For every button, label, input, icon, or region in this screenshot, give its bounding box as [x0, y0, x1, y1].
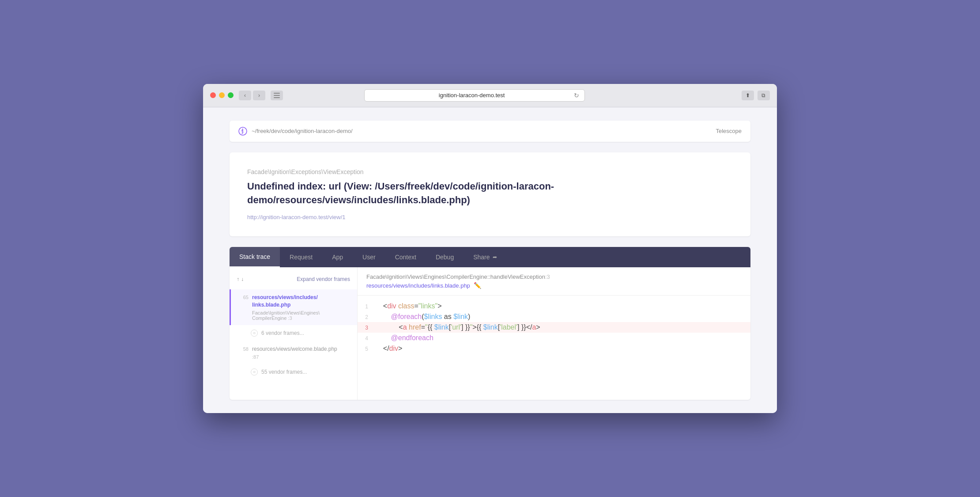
frames-toolbar: ↑ ↓ Expand vendor frames [230, 273, 357, 286]
tab-app[interactable]: App [322, 247, 353, 267]
close-button[interactable] [210, 92, 216, 98]
tab-debug[interactable]: Debug [426, 247, 464, 267]
tabs-header: Stack trace Request App User Context Deb… [230, 247, 750, 267]
vendor-frames-row-2[interactable]: ○ 55 vendor frames... [230, 364, 357, 380]
exception-card: Facade\Ignition\Exceptions\ViewException… [230, 152, 750, 237]
vendor-frames-row-1[interactable]: ○ 6 vendor frames... [230, 325, 357, 341]
arrow-down-icon[interactable]: ↓ [241, 276, 244, 282]
frame-filename-3: resources/views/welcome.blade.php [252, 345, 350, 353]
tab-user[interactable]: User [353, 247, 385, 267]
traffic-lights [210, 92, 234, 98]
back-button[interactable]: ‹ [239, 91, 251, 100]
new-tab-button[interactable]: ⧉ [758, 91, 770, 100]
frame-line-badge-1: :3 [288, 315, 292, 321]
svg-rect-1 [274, 95, 280, 96]
code-line-num-1: 1 [358, 304, 375, 310]
tab-stack-trace[interactable]: Stack trace [230, 247, 280, 267]
frames-arrows: ↑ ↓ [237, 276, 244, 282]
browser-chrome: ‹ › ignition-laracon-demo.test ↻ ⬆ ⧉ [203, 84, 777, 107]
forward-button[interactable]: › [253, 91, 265, 100]
tab-app-label: App [332, 254, 343, 261]
vendor-label-1: 6 vendor frames... [261, 330, 304, 336]
code-panel: Facade\Ignition\Views\Engines\CompilerEn… [358, 267, 750, 400]
code-text-3: <a href="{{ $link['url'] }}">{{ $link['l… [375, 323, 540, 331]
ignition-logo [238, 127, 247, 136]
arrow-up-icon[interactable]: ↑ [237, 276, 239, 282]
vendor-label-2: 55 vendor frames... [261, 369, 307, 375]
expand-vendor-button[interactable]: Expand vendor frames [297, 276, 350, 282]
reload-button[interactable]: ↻ [574, 92, 579, 99]
code-line-4: 4 @endforeach [358, 333, 750, 343]
forward-icon: › [258, 92, 260, 99]
code-text-1: <div class="links"> [375, 302, 442, 310]
frame-line-num-3: 58 [238, 346, 252, 360]
header-path: ~/freek/dev/code/ignition-laracon-demo/ [252, 128, 353, 134]
tab-stack-trace-label: Stack trace [239, 253, 270, 260]
header-bar: ~/freek/dev/code/ignition-laracon-demo/ … [230, 121, 750, 142]
back-icon: ‹ [244, 92, 246, 99]
tab-context-label: Context [395, 254, 416, 261]
tab-request[interactable]: Request [280, 247, 322, 267]
code-line-num-2: 2 [358, 314, 375, 320]
sidebar-button[interactable] [271, 91, 283, 100]
frame-class-3: :87 [252, 354, 350, 360]
code-lines-container: 1 <div class="links"> 2 @foreach($links … [358, 296, 750, 359]
tab-debug-label: Debug [436, 254, 454, 261]
share-arrow-icon: ➦ [493, 254, 497, 260]
code-file: resources/views/includes/links.blade.php… [366, 282, 742, 289]
code-text-4: @endforeach [375, 334, 433, 342]
code-line-5: 5 </div> [358, 343, 750, 354]
tab-user-label: User [362, 254, 376, 261]
address-bar[interactable]: ignition-laracon-demo.test ↻ [364, 89, 585, 102]
vendor-expand-icon-2: ○ [251, 368, 258, 376]
code-line-num-3: 3 [358, 325, 375, 331]
svg-rect-2 [274, 97, 280, 98]
code-line-2: 2 @foreach($links as $link) [358, 311, 750, 322]
tab-share-label: Share [473, 254, 490, 261]
frame-info-3: resources/views/welcome.blade.php :87 [252, 345, 350, 360]
code-line-num-5: 5 [358, 346, 375, 352]
browser-actions: ⬆ ⧉ [742, 91, 770, 100]
tabs-panel: Stack trace Request App User Context Deb… [230, 247, 750, 400]
frame-class-1: Facade\Ignition\Views\Engines\CompilerEn… [252, 310, 350, 321]
svg-rect-0 [274, 93, 280, 94]
frame-item-1[interactable]: 65 resources/views/includes/links.blade.… [230, 289, 357, 325]
url-text: ignition-laracon-demo.test [370, 92, 574, 99]
tab-request-label: Request [290, 254, 313, 261]
share-browser-button[interactable]: ⬆ [742, 91, 754, 100]
code-filename: resources/views/includes/links.blade.php [366, 282, 470, 289]
exception-message: Undefined index: url (View: /Users/freek… [247, 180, 733, 207]
page-content: ~/freek/dev/code/ignition-laracon-demo/ … [203, 107, 777, 414]
frame-line-num-1: 65 [238, 295, 252, 321]
stack-content: ↑ ↓ Expand vendor frames 65 resources/vi… [230, 267, 750, 400]
vendor-expand-icon-1: ○ [251, 330, 258, 337]
telescope-link[interactable]: Telescope [716, 128, 742, 134]
browser-window: ‹ › ignition-laracon-demo.test ↻ ⬆ ⧉ [203, 84, 777, 414]
tab-share[interactable]: Share ➦ [464, 247, 506, 267]
frame-item-3[interactable]: 58 resources/views/welcome.blade.php :87 [230, 341, 357, 364]
exception-type: Facade\Ignition\Exceptions\ViewException [247, 168, 733, 175]
edit-file-icon[interactable]: ✏️ [474, 282, 481, 289]
frame-info-1: resources/views/includes/links.blade.php… [252, 294, 350, 321]
nav-buttons: ‹ › [239, 91, 265, 100]
minimize-button[interactable] [219, 92, 225, 98]
code-line-num-4: 4 [358, 335, 375, 341]
code-text-2: @foreach($links as $link) [375, 313, 470, 321]
tab-context[interactable]: Context [385, 247, 426, 267]
code-text-5: </div> [375, 345, 402, 353]
exception-url[interactable]: http://ignition-laracon-demo.test/view/1 [247, 214, 733, 220]
frames-panel: ↑ ↓ Expand vendor frames 65 resources/vi… [230, 267, 358, 400]
maximize-button[interactable] [228, 92, 234, 98]
code-class-method: Facade\Ignition\Views\Engines\CompilerEn… [366, 273, 742, 280]
sidebar-icon [274, 93, 280, 98]
header-left: ~/freek/dev/code/ignition-laracon-demo/ [238, 127, 353, 136]
frame-filename-1: resources/views/includes/links.blade.php [252, 294, 350, 309]
code-line-1: 1 <div class="links"> [358, 301, 750, 311]
code-header: Facade\Ignition\Views\Engines\CompilerEn… [358, 267, 750, 296]
code-line-3: 3 <a href="{{ $link['url'] }}">{{ $link[… [358, 322, 750, 333]
frame-line-badge-3: :87 [252, 354, 259, 360]
